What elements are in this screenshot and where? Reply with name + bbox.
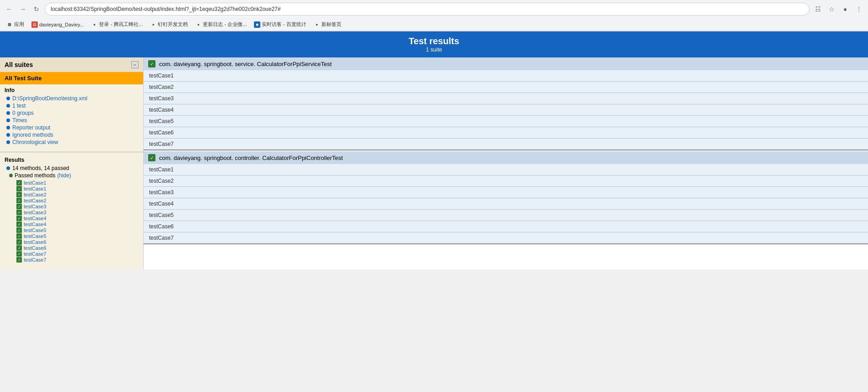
- sidebar-header: All suites −: [0, 57, 143, 72]
- info-dot-icon: [6, 111, 10, 115]
- info-test-count[interactable]: 1 test: [5, 103, 139, 109]
- method-item[interactable]: ✓ testCase3: [16, 204, 139, 209]
- table-row[interactable]: testCase2: [144, 175, 868, 187]
- sidebar-title: All suites: [5, 61, 33, 68]
- suite-title-controller-text: com. davieyang. springboot. controller. …: [159, 155, 343, 161]
- info-times[interactable]: Times: [5, 117, 139, 124]
- info-reporter-output[interactable]: Reporter output: [5, 124, 139, 131]
- passed-methods-header: Passed methods (hide): [9, 172, 139, 179]
- bookmark-login[interactable]: ● 登录 - 腾讯工蜂社...: [88, 20, 145, 29]
- bookmark-dingding[interactable]: ● 钉钉开发文档: [147, 20, 191, 29]
- bookmark-realtime-label: 实时访客 - 百度统计: [262, 21, 306, 28]
- info-chronological-view[interactable]: Chronological view: [5, 139, 139, 145]
- method-name-testcase2-s[interactable]: testCase2: [24, 192, 46, 197]
- info-groups[interactable]: 0 groups: [5, 110, 139, 116]
- info-reporter-output-link[interactable]: Reporter output: [12, 124, 50, 131]
- method-item[interactable]: ✓ testCase2: [16, 198, 139, 203]
- method-item[interactable]: ✓ testCase2: [16, 192, 139, 197]
- info-test-count-link[interactable]: 1 test: [12, 103, 26, 109]
- method-name-testcase3-c[interactable]: testCase3: [24, 210, 46, 215]
- bookmark-newtab[interactable]: ● 新标签页: [311, 20, 344, 29]
- sidebar-collapse-button[interactable]: −: [131, 61, 139, 68]
- info-groups-link[interactable]: 0 groups: [12, 110, 34, 116]
- method-name-testcase1-s[interactable]: testCase1: [24, 180, 46, 186]
- method-name-testcase5-s[interactable]: testCase5: [24, 227, 46, 233]
- method-name-testcase2-c[interactable]: testCase2: [24, 198, 46, 203]
- info-testng-xml[interactable]: D:\SpringBootDemo\testng.xml: [5, 95, 139, 102]
- test-case-cell: testCase7: [144, 232, 868, 244]
- dingding-icon: ●: [150, 21, 156, 28]
- method-item[interactable]: ✓ testCase4: [16, 216, 139, 221]
- method-check-icon: ✓: [16, 210, 22, 215]
- method-item[interactable]: ✓ testCase7: [16, 251, 139, 257]
- profile-button[interactable]: ●: [840, 4, 851, 15]
- suite-title-service-text: com. davieyang. springboot. service. Cal…: [159, 61, 332, 67]
- table-row[interactable]: testCase5: [144, 116, 868, 127]
- method-item[interactable]: ✓ testCase1: [16, 186, 139, 191]
- address-bar[interactable]: localhost:63342/SpringBootDemo/test-outp…: [45, 3, 810, 15]
- forward-button[interactable]: →: [17, 4, 28, 15]
- bookmark-button[interactable]: ☆: [826, 4, 837, 15]
- method-check-icon: ✓: [16, 239, 22, 245]
- method-name-testcase6-c[interactable]: testCase6: [24, 245, 46, 251]
- table-row[interactable]: testCase4: [144, 104, 868, 116]
- bookmark-davieyang[interactable]: G davieyang_Daviey...: [29, 21, 87, 29]
- method-name-testcase4-s[interactable]: testCase4: [24, 216, 46, 221]
- bookmark-changelog[interactable]: ● 更新日志 - 企业微...: [192, 20, 249, 29]
- reload-button[interactable]: ↻: [31, 4, 42, 15]
- method-item[interactable]: ✓ testCase1: [16, 180, 139, 186]
- table-row[interactable]: testCase1: [144, 164, 868, 175]
- method-name-testcase6-s[interactable]: testCase6: [24, 239, 46, 245]
- method-item[interactable]: ✓ testCase4: [16, 222, 139, 227]
- method-name-testcase7-c[interactable]: testCase7: [24, 257, 46, 263]
- table-row[interactable]: testCase2: [144, 82, 868, 93]
- method-name-testcase1-c[interactable]: testCase1: [24, 186, 46, 191]
- suite-title-controller: ✓ com. davieyang. springboot. controller…: [144, 151, 868, 164]
- info-section: Info D:\SpringBootDemo\testng.xml 1 test…: [0, 84, 143, 149]
- table-row[interactable]: testCase7: [144, 232, 868, 244]
- menu-button[interactable]: ⋮: [853, 4, 864, 15]
- all-test-suite-item[interactable]: All Test Suite: [0, 72, 143, 84]
- table-row[interactable]: testCase7: [144, 139, 868, 150]
- table-row[interactable]: testCase6: [144, 127, 868, 139]
- method-name-testcase4-c[interactable]: testCase4: [24, 222, 46, 227]
- bookmark-realtime[interactable]: ■ 实时访客 - 百度统计: [251, 20, 309, 29]
- results-summary-item: 14 methods, 14 passed: [5, 165, 139, 171]
- table-row[interactable]: testCase1: [144, 70, 868, 82]
- method-name-testcase3-s[interactable]: testCase3: [24, 204, 46, 209]
- method-item[interactable]: ✓ testCase6: [16, 239, 139, 245]
- method-item[interactable]: ✓ testCase5: [16, 233, 139, 239]
- test-case-cell: testCase3: [144, 93, 868, 104]
- method-item[interactable]: ✓ testCase6: [16, 245, 139, 251]
- method-item[interactable]: ✓ testCase3: [16, 210, 139, 215]
- suite-check-icon: ✓: [148, 60, 155, 67]
- back-button[interactable]: ←: [4, 4, 15, 15]
- extensions-button[interactable]: ☷: [812, 4, 823, 15]
- test-case-cell: testCase6: [144, 127, 868, 139]
- info-ignored-methods[interactable]: Ignored methods: [5, 132, 139, 138]
- test-case-cell: testCase1: [144, 70, 868, 82]
- table-row[interactable]: testCase4: [144, 198, 868, 210]
- bookmark-apps[interactable]: ⊞ 应用: [4, 20, 27, 29]
- info-section-title: Info: [5, 87, 139, 93]
- method-item[interactable]: ✓ testCase5: [16, 227, 139, 233]
- test-case-cell: testCase3: [144, 187, 868, 198]
- table-row[interactable]: testCase6: [144, 221, 868, 232]
- method-item[interactable]: ✓ testCase7: [16, 257, 139, 263]
- newtab-icon: ●: [314, 21, 320, 28]
- test-case-cell: testCase5: [144, 210, 868, 221]
- hide-link[interactable]: (hide): [57, 172, 71, 179]
- table-row[interactable]: testCase5: [144, 210, 868, 221]
- table-row[interactable]: testCase3: [144, 93, 868, 104]
- test-case-cell: testCase4: [144, 198, 868, 210]
- info-testng-xml-link[interactable]: D:\SpringBootDemo\testng.xml: [12, 95, 88, 102]
- info-ignored-methods-link[interactable]: Ignored methods: [12, 132, 53, 138]
- info-times-link[interactable]: Times: [12, 117, 27, 124]
- method-check-icon: ✓: [16, 257, 22, 263]
- table-row[interactable]: testCase3: [144, 187, 868, 198]
- method-name-testcase5-c[interactable]: testCase5: [24, 233, 46, 239]
- method-name-testcase7-s[interactable]: testCase7: [24, 251, 46, 257]
- browser-nav: ← → ↻ localhost:63342/SpringBootDemo/tes…: [0, 0, 868, 18]
- method-check-icon: ✓: [16, 233, 22, 239]
- info-chronological-view-link[interactable]: Chronological view: [12, 139, 58, 145]
